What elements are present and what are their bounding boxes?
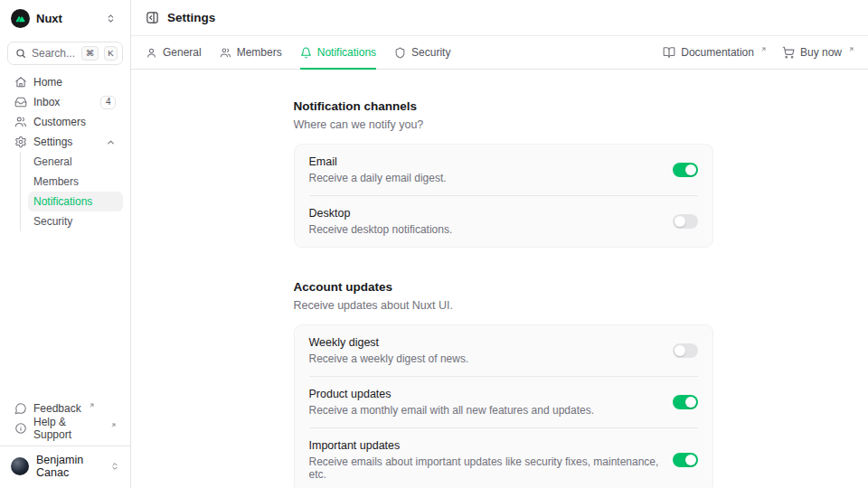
- setting-description: Receive a weekly digest of news.: [309, 352, 469, 365]
- search-placeholder: Search...: [32, 47, 76, 60]
- chevrons-up-down-icon: [106, 14, 116, 23]
- app-window: Nuxt Search... ⌘ K Home Inbox 4: [0, 0, 868, 488]
- documentation-link[interactable]: Documentation: [663, 46, 766, 59]
- tab-label: General: [163, 46, 202, 59]
- title-bar: Settings: [131, 0, 868, 36]
- tab-notifications[interactable]: Notifications: [300, 36, 376, 69]
- setting-title: Product updates: [309, 388, 595, 400]
- kbd-cmd: ⌘: [81, 46, 99, 61]
- setting-description: Receive desktop notifications.: [309, 223, 453, 236]
- tab-label: Security: [411, 46, 450, 59]
- home-icon: [14, 76, 27, 89]
- tab-members[interactable]: Members: [220, 36, 282, 69]
- sidebar-item-label: Customers: [33, 116, 86, 128]
- product-updates-toggle[interactable]: [673, 395, 698, 409]
- setting-title: Weekly digest: [309, 336, 469, 349]
- tab-label: Members: [237, 46, 282, 59]
- buy-now-link[interactable]: Buy now: [782, 46, 854, 59]
- external-link-icon: [110, 422, 117, 428]
- setting-row-text: Important updates Receive emails about i…: [309, 439, 673, 481]
- page-title: Settings: [167, 11, 215, 24]
- sidebar-item-label: Members: [33, 175, 79, 188]
- sidebar-item-security[interactable]: Security: [28, 211, 123, 231]
- gear-icon: [14, 136, 27, 148]
- sidebar-item-home[interactable]: Home: [7, 72, 123, 92]
- search-icon: [15, 48, 26, 59]
- sidebar-footer-nav: Feedback Help & Support: [7, 399, 123, 438]
- users-icon: [14, 116, 27, 128]
- content-area: Notification channels Where can we notif…: [131, 70, 868, 488]
- chevron-up-icon: [106, 137, 116, 147]
- chevrons-up-down-icon: [110, 462, 119, 471]
- setting-row-product-updates: Product updates Receive a monthly email …: [309, 376, 698, 427]
- link-label: Buy now: [800, 46, 842, 59]
- cart-icon: [782, 46, 795, 59]
- sidebar-item-label: Notifications: [33, 195, 92, 208]
- collapse-sidebar-icon[interactable]: [146, 11, 159, 24]
- setting-row-weekly-digest: Weekly digest Receive a weekly digest of…: [309, 325, 698, 376]
- sidebar-item-customers[interactable]: Customers: [7, 112, 123, 132]
- main-panel: Settings General Members Notifications: [131, 0, 868, 488]
- sidebar-item-label: Feedback: [33, 402, 81, 415]
- setting-description: Receive a monthly email with all new fea…: [309, 404, 595, 417]
- bell-icon: [300, 47, 312, 59]
- kbd-k: K: [104, 46, 118, 61]
- inbox-icon: [14, 96, 27, 108]
- setting-description: Receive emails about important updates l…: [309, 455, 673, 481]
- search-input[interactable]: Search... ⌘ K: [7, 42, 123, 65]
- sidebar-nav: Home Inbox 4 Customers Settings Gene: [7, 72, 123, 231]
- tab-bar: General Members Notifications Security: [131, 36, 868, 70]
- email-toggle[interactable]: [673, 163, 698, 177]
- inbox-count-badge: 4: [100, 96, 116, 109]
- nuxt-logo-icon: [11, 9, 30, 28]
- external-link-icon: [848, 46, 854, 52]
- settings-card: Weekly digest Receive a weekly digest of…: [294, 324, 713, 488]
- external-link-icon: [760, 46, 767, 52]
- desktop-toggle[interactable]: [673, 214, 698, 229]
- setting-row-text: Email Receive a daily email digest.: [309, 155, 447, 184]
- shield-icon: [394, 47, 406, 59]
- setting-row-desktop: Desktop Receive desktop notifications.: [309, 195, 698, 247]
- setting-title: Desktop: [309, 207, 453, 220]
- user-menu[interactable]: Benjamin Canac: [7, 452, 123, 481]
- setting-row-important-updates: Important updates Receive emails about i…: [309, 427, 698, 488]
- sidebar-item-notifications[interactable]: Notifications: [28, 192, 123, 211]
- section-account-updates: Account updates Receive updates about Nu…: [294, 280, 713, 488]
- external-link-icon: [89, 402, 95, 408]
- section-title: Account updates: [294, 280, 713, 294]
- settings-card: Email Receive a daily email digest. Desk…: [294, 144, 713, 248]
- sidebar-item-label: Inbox: [33, 96, 60, 108]
- book-open-icon: [663, 46, 675, 59]
- section-notification-channels: Notification channels Where can we notif…: [294, 99, 713, 248]
- setting-title: Email: [309, 155, 447, 168]
- sidebar-item-settings[interactable]: Settings: [7, 132, 123, 152]
- tab-general[interactable]: General: [146, 36, 202, 69]
- workspace-switcher[interactable]: Nuxt: [7, 7, 123, 29]
- important-updates-toggle[interactable]: [673, 453, 698, 467]
- tab-security[interactable]: Security: [394, 36, 450, 69]
- sidebar-item-label: Help & Support: [33, 416, 103, 441]
- section-title: Notification channels: [294, 99, 713, 113]
- speech-bubble-icon: [14, 402, 27, 415]
- sidebar-item-members[interactable]: Members: [28, 172, 123, 192]
- section-subtitle: Receive updates about Nuxt UI.: [294, 299, 713, 312]
- sidebar-item-help-support[interactable]: Help & Support: [7, 418, 123, 438]
- sidebar: Nuxt Search... ⌘ K Home Inbox 4: [0, 0, 131, 488]
- workspace-name: Nuxt: [36, 12, 62, 25]
- setting-row-text: Product updates Receive a monthly email …: [309, 388, 595, 417]
- section-subtitle: Where can we notify you?: [294, 118, 713, 131]
- link-label: Documentation: [681, 46, 754, 59]
- sidebar-spacer: [7, 231, 123, 391]
- settings-subnav: General Members Notifications Security: [20, 152, 123, 231]
- sidebar-item-label: Home: [33, 76, 62, 89]
- sidebar-item-general[interactable]: General: [28, 152, 123, 172]
- weekly-digest-toggle[interactable]: [673, 343, 698, 358]
- sidebar-item-label: Security: [33, 215, 72, 228]
- sidebar-divider: [0, 446, 130, 446]
- user-name: Benjamin Canac: [36, 454, 101, 479]
- setting-row-email: Email Receive a daily email digest.: [309, 145, 698, 195]
- setting-row-text: Weekly digest Receive a weekly digest of…: [309, 336, 469, 365]
- tab-label: Notifications: [317, 46, 376, 59]
- sidebar-item-inbox[interactable]: Inbox 4: [7, 92, 123, 112]
- info-circle-icon: [14, 422, 27, 435]
